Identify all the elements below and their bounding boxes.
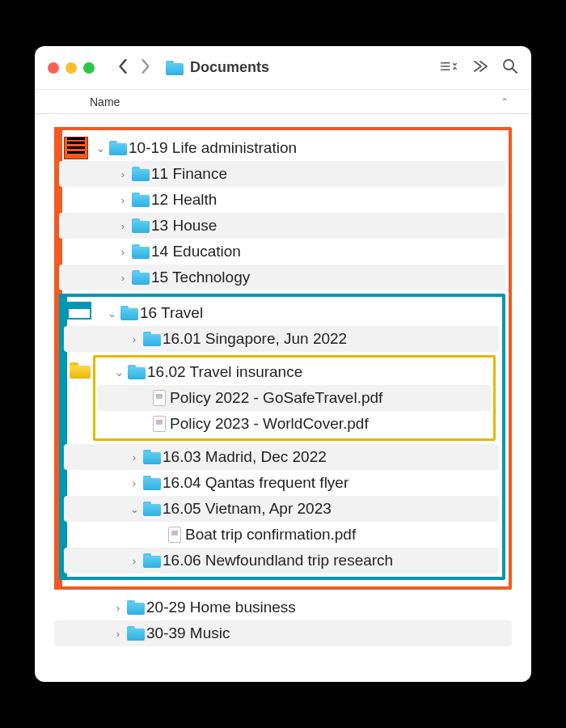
folder-icon — [132, 218, 150, 233]
chevron-down-icon[interactable]: ⌄ — [93, 142, 108, 154]
chevron-right-icon[interactable]: › — [116, 220, 130, 232]
minimize-button[interactable] — [65, 62, 77, 74]
nav-arrows — [117, 59, 151, 77]
folder-label: 12 Health — [151, 191, 217, 209]
chevron-right-icon[interactable]: › — [116, 246, 130, 258]
chevron-right-icon[interactable]: › — [127, 477, 142, 489]
chevron-right-icon[interactable]: › — [127, 451, 142, 463]
window-title: Documents — [166, 59, 434, 76]
folder-row-music[interactable]: › 30-39 Music — [54, 620, 512, 646]
back-button[interactable] — [117, 59, 129, 77]
sort-indicator-icon: ⌃ — [501, 96, 512, 108]
folder-icon — [132, 167, 150, 181]
folder-row-house[interactable]: › 13 House — [59, 213, 505, 239]
folder-label: 16.06 Newfoundland trip research — [163, 552, 393, 569]
folder-icon — [143, 553, 161, 568]
folder-icon — [132, 193, 150, 207]
forward-button[interactable] — [140, 59, 151, 77]
chevron-right-icon[interactable]: › — [116, 272, 130, 284]
file-label: Policy 2022 - GoSafeTravel.pdf — [170, 389, 382, 407]
folder-row-business[interactable]: › 20-29 Home business — [54, 595, 512, 620]
folder-icon — [120, 306, 138, 320]
folder-label: 10-19 Life administration — [129, 139, 297, 157]
titlebar: Documents — [35, 46, 531, 90]
folder-icon — [109, 141, 127, 155]
folder-label: 20-29 Home business — [146, 599, 296, 616]
chevron-right-icon[interactable]: › — [116, 168, 130, 180]
folder-label: 16.01 Singapore, Jun 2022 — [163, 330, 347, 348]
yellow-folder-icon — [70, 362, 91, 379]
svg-point-3 — [441, 62, 442, 63]
folder-label: 16 Travel — [140, 304, 203, 322]
folder-row-vietnam[interactable]: ⌄ 16.05 Vietnam, Apr 2023 — [64, 496, 499, 522]
folder-icon — [143, 502, 161, 516]
file-icon — [168, 527, 181, 543]
svg-point-4 — [441, 66, 442, 66]
folder-icon — [127, 600, 145, 615]
column-name: Name — [90, 95, 120, 108]
chevron-down-icon[interactable]: ⌄ — [127, 503, 142, 515]
file-tree: ⌄ 10-19 Life administration › 11 Finance… — [35, 114, 531, 659]
window-controls — [48, 62, 95, 74]
folder-label: 16.04 Qantas frequent flyer — [163, 474, 348, 492]
chevron-right-icon[interactable]: › — [116, 194, 130, 206]
toolbar-right — [441, 58, 518, 78]
folder-label: 15 Technology — [151, 269, 250, 286]
file-row-policy-2023[interactable]: Policy 2023 - WorldCover.pdf — [97, 411, 492, 437]
svg-line-7 — [513, 69, 517, 73]
folder-row-qantas[interactable]: › 16.04 Qantas frequent flyer — [64, 470, 499, 496]
folder-icon — [143, 476, 161, 490]
chevron-down-icon[interactable]: ⌄ — [112, 366, 126, 379]
chevron-right-icon[interactable]: › — [127, 555, 142, 567]
folder-row-finance[interactable]: › 11 Finance — [59, 161, 505, 187]
folder-icon — [132, 244, 150, 259]
finder-window: Documents Name ⌃ ⌄ 10-19 Life — [35, 46, 531, 682]
folder-row-newfoundland[interactable]: › 16.06 Newfoundland trip research — [64, 548, 499, 574]
column-header[interactable]: Name ⌃ — [35, 90, 531, 114]
view-options-button[interactable] — [441, 58, 457, 78]
folder-row-insurance[interactable]: ⌄ 16.02 Travel insurance — [97, 359, 492, 385]
folder-icon — [143, 332, 161, 346]
file-row-policy-2022[interactable]: Policy 2022 - GoSafeTravel.pdf — [97, 385, 492, 411]
folder-icon — [166, 61, 184, 75]
chevron-right-icon[interactable]: › — [127, 333, 142, 345]
folder-label: 30-39 Music — [146, 624, 230, 642]
folder-row-singapore[interactable]: › 16.01 Singapore, Jun 2022 — [64, 326, 499, 352]
zoom-button[interactable] — [83, 62, 95, 74]
svg-point-6 — [504, 60, 513, 70]
folder-label: 14 Education — [151, 243, 241, 260]
folder-label: 11 Finance — [151, 165, 227, 183]
folder-row-education[interactable]: › 14 Education — [59, 239, 505, 265]
title-text: Documents — [190, 59, 269, 76]
search-button[interactable] — [502, 58, 518, 78]
folder-icon — [128, 365, 146, 379]
window-icon — [67, 302, 91, 320]
highlight-category-teal: ⌄ 16 Travel › 16.01 Singapore, Jun 2022 … — [59, 294, 505, 580]
file-icon — [153, 416, 166, 432]
file-icon — [153, 390, 166, 406]
highlight-id-yellow: ⌄ 16.02 Travel insurance Policy 2022 - G… — [93, 355, 496, 441]
folder-row-life-admin[interactable]: ⌄ 10-19 Life administration — [59, 135, 505, 161]
folder-row-technology[interactable]: › 15 Technology — [59, 265, 505, 290]
folder-label: 16.05 Vietnam, Apr 2023 — [163, 500, 332, 518]
folder-row-travel[interactable]: ⌄ 16 Travel — [64, 300, 499, 326]
folder-row-health[interactable]: › 12 Health — [59, 187, 505, 213]
file-label: Policy 2023 - WorldCover.pdf — [170, 415, 369, 433]
chevron-right-icon[interactable]: › — [111, 628, 125, 640]
file-row-boat[interactable]: Boat trip confirmation.pdf — [64, 522, 499, 548]
folder-icon — [143, 450, 161, 464]
folder-label: 13 House — [151, 217, 217, 235]
folder-label: 16.02 Travel insurance — [147, 363, 302, 381]
close-button[interactable] — [48, 62, 59, 74]
highlight-area-orange: ⌄ 10-19 Life administration › 11 Finance… — [54, 127, 512, 590]
svg-point-5 — [441, 69, 442, 70]
file-label: Boat trip confirmation.pdf — [185, 526, 356, 544]
chevron-right-icon[interactable]: › — [111, 602, 125, 614]
folder-icon — [132, 270, 150, 285]
folder-icon — [127, 626, 145, 641]
chevron-down-icon[interactable]: ⌄ — [104, 307, 119, 320]
folder-label: 16.03 Madrid, Dec 2022 — [163, 448, 327, 466]
folder-row-madrid[interactable]: › 16.03 Madrid, Dec 2022 — [64, 444, 499, 470]
drawer-icon — [64, 137, 88, 159]
overflow-button[interactable] — [471, 58, 488, 78]
